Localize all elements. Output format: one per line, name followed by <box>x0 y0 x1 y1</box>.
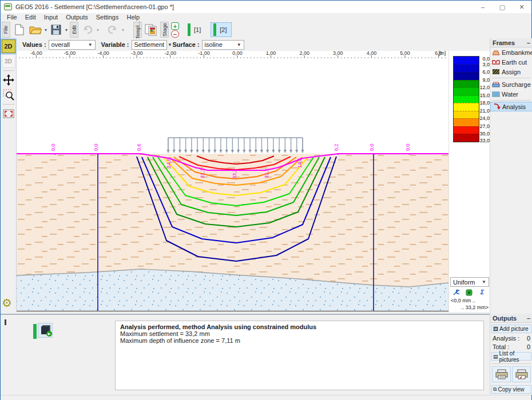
svg-text:-4,00: -4,00 <box>97 51 109 56</box>
frame-manager-button[interactable] <box>143 22 159 38</box>
color-scale-labels: 0,03,06,09,012,015,018,021,024,027,030,0… <box>481 53 490 145</box>
values-select[interactable]: overall▼ <box>49 40 96 50</box>
surface-select[interactable]: isoline▼ <box>202 40 244 50</box>
distribution-select[interactable]: Uniform▼ <box>450 277 489 287</box>
legend-band <box>454 103 479 111</box>
file-group-button[interactable]: File <box>2 22 10 38</box>
svg-text:×: × <box>372 151 375 157</box>
maximize-button[interactable]: ▢ <box>493 1 512 13</box>
add-stage-button[interactable]: + <box>171 22 179 30</box>
save-dropdown[interactable]: ▾ <box>64 27 69 33</box>
outputs-panel: Outputs – 🖼 Add picture Analysis : 0 Tot… <box>490 314 532 395</box>
zoom-tool-button[interactable] <box>2 88 15 102</box>
frame-item-label: Water <box>502 91 518 98</box>
legend-band <box>454 65 479 73</box>
stage-active-bar <box>213 23 216 36</box>
variable-select[interactable]: Settlement▼ <box>132 40 167 50</box>
menu-outputs[interactable]: Outputs <box>62 14 92 21</box>
frame-item-label: Earth cut <box>502 59 527 66</box>
svg-text:-6,00: -6,00 <box>30 51 42 56</box>
analysis-count: 0 <box>527 335 530 342</box>
menu-file[interactable]: File <box>3 14 21 21</box>
svg-text:×: × <box>140 151 142 157</box>
open-dropdown[interactable]: ▾ <box>43 27 48 33</box>
fit-to-view-button[interactable] <box>2 107 15 121</box>
menu-help[interactable]: Help <box>122 14 144 21</box>
drawing-canvas[interactable]: 0,0×0,0×0,6×0,2×0,0×0,0×14,631,133,231,1… <box>17 51 448 312</box>
outputs-minimize-button[interactable]: – <box>527 315 530 322</box>
legend-band <box>454 134 479 142</box>
frames-minimize-button[interactable]: – <box>527 39 530 46</box>
variable-label: Variable : <box>101 41 129 48</box>
undo-dropdown[interactable]: ▾ <box>96 27 100 33</box>
main-toolbar: File ▾ ▾ Edit ▾ ▾ Templ… Stage + − [1][2… <box>1 21 531 38</box>
undo-icon <box>82 25 93 34</box>
panel-grip[interactable] <box>5 319 6 325</box>
redo-dropdown[interactable]: ▾ <box>121 27 125 33</box>
analysis-count-row: Analysis : 0 <box>490 333 532 342</box>
legend-label: 15,0 <box>479 93 490 98</box>
frame-item-earth-cut[interactable]: Earth cut <box>490 57 532 67</box>
analysis-result-text: Analysis performed, method Analysis usin… <box>115 321 484 390</box>
svg-text:-1,00: -1,00 <box>198 51 210 56</box>
add-picture-button[interactable]: 🖼 Add picture <box>491 325 531 333</box>
legend-label: 18,0 <box>479 100 490 106</box>
svg-text:3,00: 3,00 <box>333 51 343 56</box>
scale-max-value: .. 33,2 mm> <box>450 304 489 311</box>
legend-label: 21,0 <box>479 108 490 114</box>
stage-button-1[interactable]: [1] <box>185 22 206 37</box>
menu-edit[interactable]: Edit <box>21 14 40 21</box>
remove-stage-button[interactable]: − <box>171 30 179 38</box>
move-icon <box>3 74 14 86</box>
frame-item-analysis[interactable]: Analysis <box>490 102 532 111</box>
analysis-icon <box>493 103 501 110</box>
stage-button-2[interactable]: [2] <box>211 22 232 37</box>
new-file-button[interactable] <box>11 22 27 38</box>
menu-bar: FileEditInputOutputsSettingsHelp <box>1 13 531 21</box>
legend-label: 0,0 <box>482 56 490 62</box>
print-document-button[interactable] <box>512 366 531 382</box>
wrench-icon[interactable] <box>451 289 460 296</box>
stage-active-bar <box>188 23 190 36</box>
surface-label: Surface : <box>173 41 200 48</box>
values-label: Values : <box>22 41 46 48</box>
frame-item-surcharge[interactable]: Surcharge <box>490 79 532 89</box>
list-of-pictures-button[interactable]: ▤ List of pictures <box>491 352 531 361</box>
copy-icon: ⧉ <box>493 386 497 393</box>
frame-item-assign[interactable]: Assign <box>490 67 532 77</box>
palette-icon[interactable] <box>464 289 474 296</box>
result-line: Maximum settlement = 33,2 mm <box>120 330 479 337</box>
copy-view-button[interactable]: ⧉ Copy view <box>491 385 531 394</box>
save-button[interactable] <box>48 22 64 38</box>
frames-panel-header: Frames – <box>490 38 532 47</box>
svg-text:0,0: 0,0 <box>405 143 411 151</box>
sigma-icon[interactable]: Σ <box>478 289 487 296</box>
svg-text:1,00: 1,00 <box>266 51 276 56</box>
settings-gear-icon[interactable]: ⚙ <box>2 296 12 310</box>
stage-group-button[interactable]: Stage <box>160 22 169 38</box>
frame-item-embankment[interactable]: Embankment <box>490 47 532 57</box>
menu-settings[interactable]: Settings <box>92 14 123 21</box>
frame-item-water[interactable]: Water <box>490 89 532 99</box>
redo-button[interactable] <box>105 22 121 38</box>
templates-group-button[interactable]: Templ… <box>133 22 142 38</box>
svg-text:0,00: 0,00 <box>232 51 243 56</box>
legend-label: 9,0 <box>482 77 490 83</box>
open-file-button[interactable] <box>27 22 43 38</box>
close-button[interactable]: ✕ <box>512 1 531 13</box>
print-button[interactable] <box>492 366 511 382</box>
undo-button[interactable] <box>80 22 96 38</box>
analysis-run-icon[interactable] <box>38 323 53 338</box>
pan-tool-button[interactable] <box>2 73 15 87</box>
edit-group-button[interactable]: Edit <box>70 22 78 38</box>
result-line: Analysis performed, method Analysis usin… <box>120 323 479 330</box>
view-2d-button[interactable]: 2D <box>2 39 15 53</box>
view-3d-button[interactable]: 3D <box>2 54 15 68</box>
legend-label: 33,0 <box>479 138 490 143</box>
legend-strip: 0,03,06,09,012,015,018,021,024,027,030,0… <box>448 51 490 312</box>
menu-input[interactable]: Input <box>40 14 62 21</box>
svg-text:0,0: 0,0 <box>369 143 375 151</box>
redo-icon <box>108 25 118 34</box>
outputs-panel-header: Outputs – <box>490 314 532 323</box>
minimize-button[interactable]: – <box>473 1 493 13</box>
